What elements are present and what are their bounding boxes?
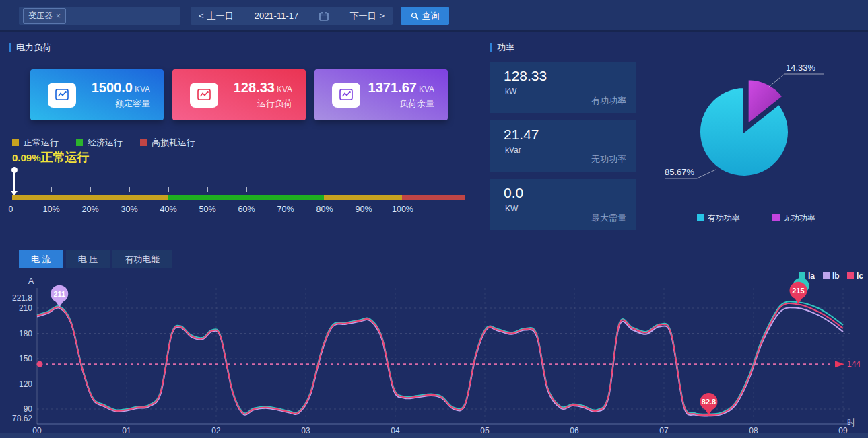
chart-tabs: 电 流电 压有功电能 <box>19 250 172 268</box>
power-section-title: 功率 <box>490 42 514 54</box>
power-card-unit: kW <box>505 87 516 96</box>
y-tick-label: 120 <box>19 379 32 389</box>
y-tick-label: 180 <box>19 329 32 338</box>
gauge-scale-label: 100% <box>392 205 413 214</box>
gauge-scale-label: 70% <box>277 205 294 214</box>
line-legend-label[interactable]: Ic <box>857 271 863 281</box>
gauge-segment-1 <box>168 195 325 200</box>
tag-close-icon[interactable]: × <box>56 11 61 21</box>
query-button[interactable]: 查询 <box>401 7 449 25</box>
pie-leader-line <box>768 74 824 87</box>
tab-current[interactable]: 电 流 <box>19 250 63 268</box>
gauge-tick <box>325 187 325 192</box>
load-card-unit: KVA <box>277 85 292 94</box>
x-axis-unit: 时 <box>847 418 855 427</box>
average-line-label: 144 <box>847 359 861 369</box>
next-day-label: 下一日 <box>349 10 376 22</box>
dashboard: 变压器 × < 上一日 2021-11-17 下一日 > 查询 <box>0 0 868 438</box>
chart-icon <box>48 83 76 108</box>
average-line-arrow-icon <box>835 361 844 367</box>
power-card-value: 128.33 <box>504 68 547 84</box>
next-day-button[interactable]: 下一日 > <box>349 10 385 22</box>
power-pie-chart: 14.33%85.67%有功功率无功功率 <box>643 46 865 238</box>
selected-device-tag: 变压器 × <box>23 8 66 24</box>
run-status-legend: 正常运行经济运行高损耗运行 <box>12 137 195 149</box>
gauge-scale-label: 60% <box>238 205 255 214</box>
pie-legend-label[interactable]: 有功功率 <box>707 213 740 223</box>
gauge-tick <box>403 187 403 192</box>
power-card-1: 21.47kVar无功功率 <box>490 120 636 172</box>
query-button-label: 查询 <box>422 10 440 22</box>
load-card-value: 1500.0 <box>92 80 133 95</box>
gauge-segment-3 <box>402 195 465 200</box>
power-card-label: 有功功率 <box>591 95 626 107</box>
date-value[interactable]: 2021-11-17 <box>255 11 299 21</box>
gauge-tick <box>129 187 130 192</box>
power-card-unit: kVar <box>505 145 521 155</box>
power-card-label: 最大需量 <box>591 212 626 224</box>
y-tick-label: 90 <box>24 404 33 414</box>
gauge-scale-label: 30% <box>121 205 137 214</box>
top-toolbar: 变压器 × < 上一日 2021-11-17 下一日 > 查询 <box>0 0 868 32</box>
gauge-scale-label: 40% <box>160 205 176 214</box>
load-card-label: 负荷余量 <box>360 98 434 110</box>
line-legend-label[interactable]: Ib <box>832 271 840 281</box>
y-tick-label: 221.8 <box>12 293 32 303</box>
power-card-label: 无功功率 <box>591 153 626 166</box>
power-card-0: 128.33kW有功功率 <box>490 62 636 113</box>
gauge-tick <box>168 187 169 192</box>
line-legend-swatch-icon[interactable] <box>847 272 854 279</box>
title-accent-bar <box>9 43 11 52</box>
load-card-content: 1500.0KVA额定容量 <box>76 80 164 110</box>
device-select[interactable]: 变压器 × <box>19 7 180 25</box>
chevron-right-icon: > <box>379 11 385 21</box>
device-tag-label: 变压器 <box>28 10 53 22</box>
load-card-value-line: 1371.67KVA <box>360 80 434 96</box>
load-card-content: 128.33KVA运行负荷 <box>218 80 306 110</box>
gauge-pct-value: 0.09% <box>12 152 41 163</box>
line-legend-swatch-icon[interactable] <box>799 272 805 279</box>
load-card-unit: KVA <box>135 85 150 94</box>
load-card-value: 128.33 <box>234 80 275 95</box>
gauge-tick <box>246 187 247 192</box>
date-controls: < 上一日 2021-11-17 下一日 > <box>191 7 393 25</box>
gauge-pointer-stem <box>13 172 15 191</box>
load-card-1: 128.33KVA运行负荷 <box>172 69 306 120</box>
legend-swatch-icon <box>76 139 83 146</box>
tab-voltage[interactable]: 电 压 <box>66 250 110 268</box>
prev-day-label: 上一日 <box>207 10 234 22</box>
gauge-scale-label: 90% <box>355 205 372 214</box>
status-legend-label: 正常运行 <box>24 137 59 149</box>
calendar-icon[interactable] <box>319 11 329 21</box>
chart-icon <box>332 83 360 108</box>
power-section-title-text: 功率 <box>497 42 514 54</box>
gauge-segment-2 <box>324 195 402 200</box>
y-axis-unit: A <box>28 276 34 286</box>
gauge-scale-label: 0 <box>9 205 13 214</box>
load-card-unit: KVA <box>419 85 434 94</box>
gauge-tick <box>286 187 286 192</box>
status-legend-item-2: 高损耗运行 <box>140 137 195 149</box>
marker-label: 82.8 <box>702 398 716 406</box>
load-card-2: 1371.67KVA负荷余量 <box>314 69 448 120</box>
legend-swatch-icon <box>12 139 19 146</box>
pie-legend-swatch-icon[interactable] <box>697 214 704 221</box>
load-kpi-cards: 1500.0KVA额定容量 128.33KVA运行负荷 1371.67KVA负荷… <box>30 69 448 120</box>
average-line-dot <box>37 361 43 367</box>
status-legend-label: 高损耗运行 <box>152 137 195 149</box>
load-card-content: 1371.67KVA负荷余量 <box>360 80 448 110</box>
gauge-segment-0 <box>12 195 168 200</box>
power-kpi-cards: 128.33kW有功功率21.47kVar无功功率0.0KW最大需量 <box>490 62 636 238</box>
line-legend-label[interactable]: Ia <box>808 271 815 281</box>
pie-legend-label[interactable]: 无功功率 <box>783 213 815 223</box>
tab-active-energy[interactable]: 有功电能 <box>112 250 172 268</box>
load-card-0: 1500.0KVA额定容量 <box>30 69 164 120</box>
line-legend-swatch-icon[interactable] <box>823 272 830 279</box>
gauge-bar <box>12 195 465 200</box>
power-card-2: 0.0KW最大需量 <box>490 179 636 230</box>
prev-day-button[interactable]: < 上一日 <box>199 10 234 22</box>
load-section-title: 电力负荷 <box>9 42 51 54</box>
gauge-scale-label: 10% <box>42 205 59 214</box>
pie-legend-swatch-icon[interactable] <box>772 214 780 221</box>
chart-icon <box>190 83 218 108</box>
